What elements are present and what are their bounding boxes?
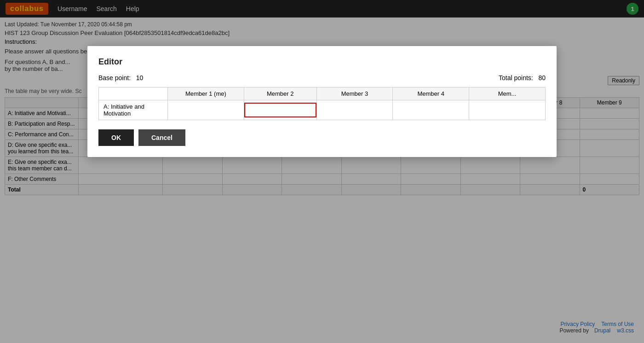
dialog-buttons: OK Cancel <box>98 129 546 146</box>
base-point-value: 10 <box>136 74 144 81</box>
dialog-cell-member4[interactable] <box>393 100 469 120</box>
dialog-col-empty <box>99 87 168 100</box>
dialog-cell-member3[interactable] <box>316 100 393 120</box>
member2-input[interactable] <box>244 105 316 116</box>
dialog-table-row: A: Initiative andMotivation <box>99 100 546 120</box>
total-points-label: Total points: 80 <box>499 74 546 81</box>
total-points-value: 80 <box>538 74 546 81</box>
dialog-cell-membern[interactable] <box>469 100 546 120</box>
dialog-cell-member1[interactable] <box>168 100 244 120</box>
dialog-cell-member2[interactable] <box>244 100 316 120</box>
membern-input[interactable] <box>474 106 540 115</box>
dialog-col-member4: Member 4 <box>393 87 469 100</box>
dialog-row-label: A: Initiative andMotivation <box>99 100 168 120</box>
dialog-table-wrapper: Member 1 (me) Member 2 Member 3 Member 4… <box>98 87 546 120</box>
dialog-col-member2: Member 2 <box>244 87 316 100</box>
ok-button[interactable]: OK <box>98 129 134 146</box>
member1-input[interactable] <box>172 106 239 115</box>
dialog-overlay: Editor Base point: 10 Total points: 80 M… <box>0 0 644 343</box>
cancel-button[interactable]: Cancel <box>138 129 185 146</box>
dialog-col-membern: Mem... <box>469 87 546 100</box>
dialog-col-member3: Member 3 <box>316 87 393 100</box>
dialog-stats: Base point: 10 Total points: 80 <box>98 74 546 81</box>
dialog-title: Editor <box>98 57 546 67</box>
member4-input[interactable] <box>397 106 464 115</box>
dialog-col-member1: Member 1 (me) <box>168 87 244 100</box>
editor-dialog: Editor Base point: 10 Total points: 80 M… <box>87 46 557 157</box>
editor-table: Member 1 (me) Member 2 Member 3 Member 4… <box>98 87 546 120</box>
base-point-label: Base point: 10 <box>98 74 143 81</box>
member3-input[interactable] <box>322 106 388 115</box>
